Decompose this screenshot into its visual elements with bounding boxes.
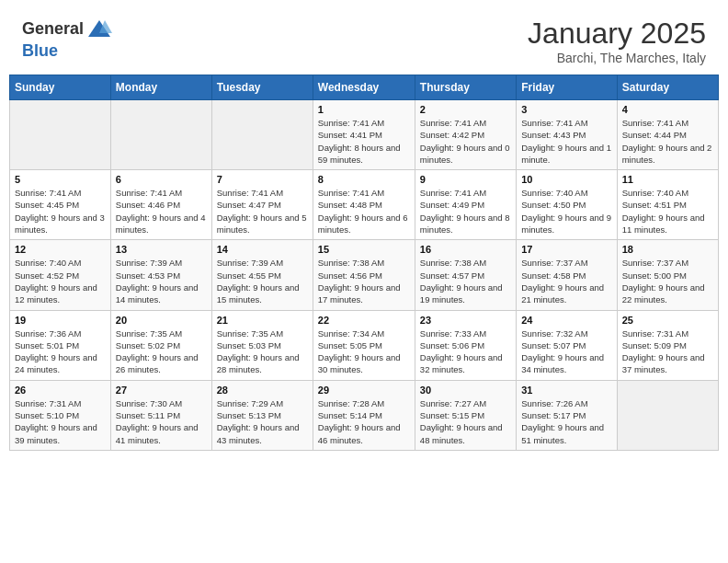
calendar-cell (110, 100, 211, 170)
day-info: Sunrise: 7:41 AM Sunset: 4:43 PM Dayligh… (521, 117, 611, 166)
calendar-table: SundayMondayTuesdayWednesdayThursdayFrid… (9, 75, 719, 451)
title-area: January 2025 Barchi, The Marches, Italy (528, 17, 706, 65)
logo-text-general: General (22, 20, 84, 39)
day-of-week-header: Thursday (415, 75, 516, 100)
day-number: 17 (521, 244, 611, 255)
calendar-cell: 27Sunrise: 7:30 AM Sunset: 5:11 PM Dayli… (110, 380, 211, 450)
calendar-cell: 16Sunrise: 7:38 AM Sunset: 4:57 PM Dayli… (415, 240, 516, 310)
calendar-cell: 15Sunrise: 7:38 AM Sunset: 4:56 PM Dayli… (313, 240, 415, 310)
page-header: General Blue January 2025 Barchi, The Ma… (0, 0, 728, 75)
day-number: 16 (420, 244, 511, 255)
calendar-cell (10, 100, 111, 170)
day-info: Sunrise: 7:41 AM Sunset: 4:48 PM Dayligh… (318, 187, 410, 236)
calendar-cell: 26Sunrise: 7:31 AM Sunset: 5:10 PM Dayli… (10, 380, 111, 450)
day-of-week-header: Wednesday (313, 75, 415, 100)
day-number: 6 (116, 174, 207, 185)
day-number: 4 (622, 104, 713, 115)
day-info: Sunrise: 7:35 AM Sunset: 5:03 PM Dayligh… (217, 327, 308, 376)
day-info: Sunrise: 7:35 AM Sunset: 5:02 PM Dayligh… (116, 327, 207, 376)
day-number: 25 (622, 315, 713, 326)
day-info: Sunrise: 7:28 AM Sunset: 5:14 PM Dayligh… (318, 397, 410, 446)
calendar-cell: 22Sunrise: 7:34 AM Sunset: 5:05 PM Dayli… (313, 310, 415, 380)
day-info: Sunrise: 7:38 AM Sunset: 4:56 PM Dayligh… (318, 257, 410, 305)
logo-icon (86, 17, 112, 42)
calendar-cell: 3Sunrise: 7:41 AM Sunset: 4:43 PM Daylig… (517, 100, 617, 170)
calendar-header: SundayMondayTuesdayWednesdayThursdayFrid… (10, 75, 719, 100)
calendar-wrapper: SundayMondayTuesdayWednesdayThursdayFrid… (0, 75, 728, 460)
day-number: 20 (116, 315, 207, 326)
day-info: Sunrise: 7:27 AM Sunset: 5:15 PM Dayligh… (420, 397, 511, 446)
day-number: 12 (15, 244, 106, 255)
calendar-cell (617, 380, 718, 450)
day-info: Sunrise: 7:37 AM Sunset: 5:00 PM Dayligh… (622, 257, 713, 305)
calendar-cell: 18Sunrise: 7:37 AM Sunset: 5:00 PM Dayli… (617, 240, 718, 310)
day-number: 14 (217, 244, 308, 255)
day-number: 28 (217, 385, 308, 396)
day-of-week-header: Monday (110, 75, 211, 100)
day-info: Sunrise: 7:33 AM Sunset: 5:06 PM Dayligh… (420, 327, 511, 376)
calendar-cell: 25Sunrise: 7:31 AM Sunset: 5:09 PM Dayli… (617, 310, 718, 380)
calendar-cell: 11Sunrise: 7:40 AM Sunset: 4:51 PM Dayli… (617, 170, 718, 240)
calendar-cell: 24Sunrise: 7:32 AM Sunset: 5:07 PM Dayli… (517, 310, 617, 380)
calendar-cell: 13Sunrise: 7:39 AM Sunset: 4:53 PM Dayli… (110, 240, 211, 310)
day-info: Sunrise: 7:41 AM Sunset: 4:49 PM Dayligh… (420, 187, 511, 236)
day-number: 22 (318, 315, 410, 326)
calendar-cell: 29Sunrise: 7:28 AM Sunset: 5:14 PM Dayli… (313, 380, 415, 450)
calendar-cell: 10Sunrise: 7:40 AM Sunset: 4:50 PM Dayli… (517, 170, 617, 240)
day-of-week-header: Sunday (10, 75, 111, 100)
day-info: Sunrise: 7:34 AM Sunset: 5:05 PM Dayligh… (318, 327, 410, 376)
day-info: Sunrise: 7:31 AM Sunset: 5:10 PM Dayligh… (15, 397, 106, 446)
day-number: 18 (622, 244, 713, 255)
day-info: Sunrise: 7:41 AM Sunset: 4:46 PM Dayligh… (116, 187, 207, 236)
day-number: 1 (318, 104, 410, 115)
day-number: 7 (217, 174, 308, 185)
calendar-cell (211, 100, 313, 170)
day-info: Sunrise: 7:41 AM Sunset: 4:47 PM Dayligh… (217, 187, 308, 236)
calendar-cell: 23Sunrise: 7:33 AM Sunset: 5:06 PM Dayli… (415, 310, 516, 380)
day-info: Sunrise: 7:40 AM Sunset: 4:50 PM Dayligh… (521, 187, 611, 236)
day-info: Sunrise: 7:36 AM Sunset: 5:01 PM Dayligh… (15, 327, 106, 376)
location-title: Barchi, The Marches, Italy (528, 51, 706, 65)
day-number: 30 (420, 385, 511, 396)
day-info: Sunrise: 7:41 AM Sunset: 4:44 PM Dayligh… (622, 117, 713, 166)
logo-text-blue: Blue (22, 42, 112, 61)
day-of-week-header: Friday (517, 75, 617, 100)
day-of-week-header: Saturday (617, 75, 718, 100)
day-of-week-header: Tuesday (211, 75, 313, 100)
calendar-cell: 2Sunrise: 7:41 AM Sunset: 4:42 PM Daylig… (415, 100, 516, 170)
day-number: 27 (116, 385, 207, 396)
day-info: Sunrise: 7:38 AM Sunset: 4:57 PM Dayligh… (420, 257, 511, 305)
calendar-cell: 19Sunrise: 7:36 AM Sunset: 5:01 PM Dayli… (10, 310, 111, 380)
calendar-cell: 20Sunrise: 7:35 AM Sunset: 5:02 PM Dayli… (110, 310, 211, 380)
day-number: 23 (420, 315, 511, 326)
day-number: 10 (521, 174, 611, 185)
day-info: Sunrise: 7:39 AM Sunset: 4:55 PM Dayligh… (217, 257, 308, 305)
day-number: 21 (217, 315, 308, 326)
calendar-cell: 9Sunrise: 7:41 AM Sunset: 4:49 PM Daylig… (415, 170, 516, 240)
calendar-cell: 14Sunrise: 7:39 AM Sunset: 4:55 PM Dayli… (211, 240, 313, 310)
calendar-cell: 28Sunrise: 7:29 AM Sunset: 5:13 PM Dayli… (211, 380, 313, 450)
calendar-cell: 5Sunrise: 7:41 AM Sunset: 4:45 PM Daylig… (10, 170, 111, 240)
month-title: January 2025 (528, 17, 706, 51)
day-number: 13 (116, 244, 207, 255)
calendar-cell: 6Sunrise: 7:41 AM Sunset: 4:46 PM Daylig… (110, 170, 211, 240)
calendar-cell: 21Sunrise: 7:35 AM Sunset: 5:03 PM Dayli… (211, 310, 313, 380)
day-number: 5 (15, 174, 106, 185)
day-number: 8 (318, 174, 410, 185)
day-info: Sunrise: 7:41 AM Sunset: 4:41 PM Dayligh… (318, 117, 410, 166)
day-info: Sunrise: 7:26 AM Sunset: 5:17 PM Dayligh… (521, 397, 611, 446)
day-info: Sunrise: 7:37 AM Sunset: 4:58 PM Dayligh… (521, 257, 611, 305)
calendar-cell: 31Sunrise: 7:26 AM Sunset: 5:17 PM Dayli… (517, 380, 617, 450)
day-number: 29 (318, 385, 410, 396)
calendar-cell: 8Sunrise: 7:41 AM Sunset: 4:48 PM Daylig… (313, 170, 415, 240)
day-number: 3 (521, 104, 611, 115)
day-number: 26 (15, 385, 106, 396)
day-info: Sunrise: 7:41 AM Sunset: 4:45 PM Dayligh… (15, 187, 106, 236)
day-number: 19 (15, 315, 106, 326)
day-number: 15 (318, 244, 410, 255)
day-info: Sunrise: 7:31 AM Sunset: 5:09 PM Dayligh… (622, 327, 713, 376)
calendar-cell: 4Sunrise: 7:41 AM Sunset: 4:44 PM Daylig… (617, 100, 718, 170)
day-info: Sunrise: 7:40 AM Sunset: 4:52 PM Dayligh… (15, 257, 106, 305)
day-info: Sunrise: 7:41 AM Sunset: 4:42 PM Dayligh… (420, 117, 511, 166)
day-info: Sunrise: 7:30 AM Sunset: 5:11 PM Dayligh… (116, 397, 207, 446)
